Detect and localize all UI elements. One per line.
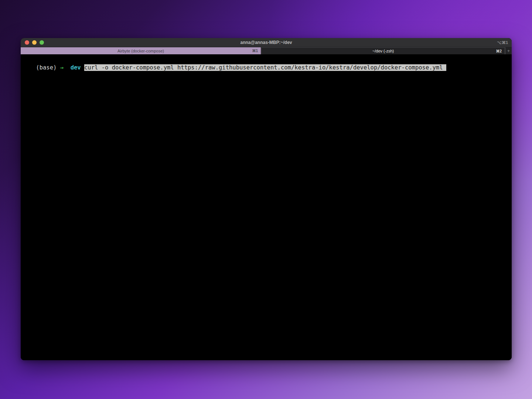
terminal-window: anna@annas-MBP:~/dev ⌥⌘1 Airbyte (docker…: [21, 38, 512, 360]
prompt-space: [81, 64, 84, 71]
window-title: anna@annas-MBP:~/dev: [21, 40, 512, 45]
new-tab-button[interactable]: +: [505, 47, 512, 54]
window-shortcut-hint: ⌥⌘1: [497, 38, 508, 47]
close-button[interactable]: [25, 40, 29, 45]
tab-airbyte-docker-compose[interactable]: Airbyte (docker-compose) ⌘1: [21, 47, 261, 54]
minimize-button[interactable]: [32, 40, 37, 45]
tab-label: Airbyte (docker-compose): [117, 49, 164, 53]
prompt-space: [57, 64, 60, 71]
tab-shortcut-badge: ⌘1: [252, 47, 258, 54]
tab-shortcut-badge: ⌘2: [496, 48, 502, 54]
tab-dev-zsh[interactable]: ~/dev (-zsh) ⌘2: [261, 47, 505, 54]
prompt-directory: dev: [71, 64, 81, 71]
zoom-button[interactable]: [40, 40, 44, 45]
tab-label: ~/dev (-zsh): [372, 49, 394, 53]
tab-bar: Airbyte (docker-compose) ⌘1 ~/dev (-zsh)…: [21, 47, 512, 55]
prompt-env: (base): [36, 64, 57, 71]
prompt-space: [64, 64, 71, 71]
title-bar[interactable]: anna@annas-MBP:~/dev ⌥⌘1: [21, 38, 512, 47]
traffic-lights: [21, 40, 44, 45]
terminal-content[interactable]: (base) → dev curl -o docker-compose.yml …: [21, 55, 512, 360]
selected-command-text: curl -o docker-compose.yml https://raw.g…: [84, 64, 446, 71]
prompt-arrow-icon: →: [60, 64, 64, 71]
prompt-line: (base) → dev curl -o docker-compose.yml …: [36, 64, 446, 71]
